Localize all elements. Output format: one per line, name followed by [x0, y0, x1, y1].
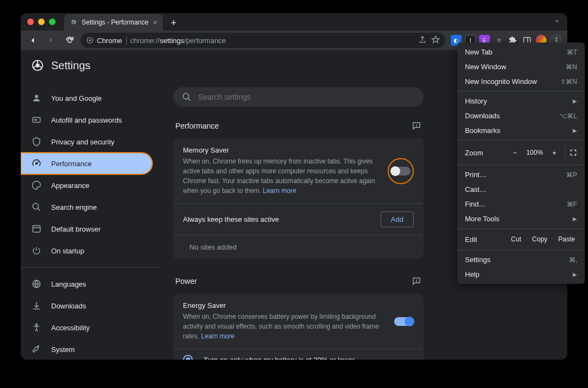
reload-button[interactable] — [62, 33, 77, 48]
fullscreen-icon — [569, 149, 577, 156]
zoom-in-button[interactable]: + — [547, 145, 562, 160]
menu-cast[interactable]: Cast… — [457, 182, 585, 197]
address-bar[interactable]: Chrome chrome://settings/performance — [81, 33, 445, 48]
forward-button[interactable] — [44, 33, 59, 48]
no-sites-label: No sites added — [173, 235, 424, 259]
menu-divider — [457, 228, 585, 229]
window-minimize-button[interactable] — [38, 19, 45, 25]
menu-bookmarks[interactable]: Bookmarks▶ — [457, 123, 585, 138]
svg-point-23 — [416, 126, 417, 127]
chevron-right-icon: ▶ — [573, 128, 577, 134]
card-memory-saver: Memory Saver When on, Chrome frees up me… — [173, 138, 424, 259]
menu-shortcut: ⌘F — [567, 201, 577, 208]
energy-saver-toggle[interactable] — [394, 317, 414, 326]
sidebar-item-label: Autofill and passwords — [51, 116, 122, 124]
menu-divider — [457, 250, 585, 250]
share-icon[interactable] — [418, 35, 427, 46]
sidebar-item-label: Performance — [51, 160, 91, 168]
tab-search-button[interactable] — [553, 17, 561, 27]
svg-point-12 — [36, 119, 37, 120]
row-memory-saver: Memory Saver When on, Chrome frees up me… — [173, 138, 424, 204]
window-close-button[interactable] — [27, 19, 34, 25]
menu-history[interactable]: History▶ — [457, 94, 585, 108]
search-input[interactable] — [198, 93, 415, 101]
memory-saver-desc: When on, Chrome frees up memory from ina… — [183, 156, 377, 196]
sidebar-item-languages[interactable]: Languages — [21, 273, 152, 295]
cut-button[interactable]: Cut — [506, 233, 527, 245]
sidebar-item-appearance[interactable]: Appearance — [21, 174, 152, 196]
energy-saver-text: Energy Saver When on, Chrome conserves b… — [183, 301, 383, 341]
new-tab-button[interactable]: + — [166, 15, 181, 31]
svg-point-9 — [35, 95, 38, 98]
sidebar: You and Google Autofill and passwords Pr… — [21, 81, 160, 360]
sidebar-item-performance[interactable]: Performance — [21, 153, 152, 174]
traffic-lights — [27, 19, 56, 25]
menu-shortcut: ⇧⌘N — [560, 78, 577, 86]
menu-more-tools[interactable]: More Tools▶ — [457, 211, 585, 226]
sidebar-item-default-browser[interactable]: Default browser — [21, 218, 152, 240]
sidebar-item-label: Appearance — [51, 181, 89, 190]
svg-point-25 — [416, 282, 417, 282]
menu-shortcut: ⌘N — [566, 63, 577, 71]
feedback-icon[interactable] — [412, 276, 421, 286]
sidebar-item-label: On startup — [51, 247, 84, 255]
zoom-out-button[interactable]: − — [507, 145, 523, 160]
section-head-performance: Performance — [173, 117, 424, 138]
radio-battery-20[interactable]: Turn on only when my battery is at 20% o… — [173, 349, 424, 360]
sidebar-item-accessibility[interactable]: Accessibility — [21, 317, 152, 338]
section-title: Performance — [175, 122, 219, 130]
learn-more-link[interactable]: Learn more — [201, 332, 234, 340]
sidebar-item-on-startup[interactable]: On startup — [21, 240, 152, 262]
sidebar-item-autofill[interactable]: Autofill and passwords — [21, 109, 152, 131]
sidebar-item-label: Downloads — [51, 302, 86, 310]
bookmark-icon[interactable] — [431, 35, 440, 46]
menu-downloads[interactable]: Downloads⌥⌘L — [457, 108, 585, 123]
back-button[interactable] — [25, 33, 40, 48]
menu-new-window[interactable]: New Window⌘N — [457, 59, 585, 74]
accessibility-icon — [32, 323, 41, 332]
fullscreen-button[interactable] — [565, 145, 580, 160]
paste-button[interactable]: Paste — [553, 233, 580, 245]
menu-find[interactable]: Find…⌘F — [457, 197, 585, 211]
speedometer-icon — [32, 159, 41, 168]
window-maximize-button[interactable] — [49, 19, 56, 25]
row-always-keep: Always keep these sites active Add — [173, 204, 424, 235]
sidebar-item-downloads[interactable]: Downloads — [21, 295, 152, 317]
learn-more-link[interactable]: Learn more — [263, 187, 296, 195]
energy-saver-title: Energy Saver — [183, 301, 383, 310]
sidebar-item-search-engine[interactable]: Search engine — [21, 196, 152, 218]
section-head-power: Power — [173, 272, 424, 294]
chevron-down-icon — [553, 17, 561, 25]
settings-search[interactable] — [173, 87, 424, 107]
feedback-icon[interactable] — [412, 121, 421, 131]
add-site-button[interactable]: Add — [381, 211, 414, 227]
radio-button[interactable] — [183, 355, 193, 360]
sidebar-item-system[interactable]: System — [21, 338, 152, 360]
memory-saver-toggle[interactable] — [391, 167, 411, 175]
radio-label: Turn on only when my battery is at 20% o… — [204, 356, 355, 360]
palette-icon — [32, 180, 41, 190]
svg-point-8 — [35, 63, 39, 67]
energy-saver-desc: When on, Chrome conserves battery power … — [183, 312, 383, 341]
zoom-label: Zoom — [465, 149, 507, 157]
menu-print[interactable]: Print…⌘P — [457, 167, 585, 182]
sidebar-item-you-and-google[interactable]: You and Google — [21, 87, 152, 109]
titlebar: Settings - Performance × + — [21, 13, 567, 31]
menu-new-incognito[interactable]: New Incognito Window⇧⌘N — [457, 74, 585, 89]
search-icon — [32, 202, 41, 212]
svg-point-4 — [556, 38, 557, 39]
menu-new-tab[interactable]: New Tab⌘T — [457, 45, 585, 59]
menu-settings[interactable]: Settings⌘, — [457, 252, 585, 267]
edit-label: Edit — [465, 235, 506, 244]
copy-button[interactable]: Copy — [526, 233, 553, 245]
tab-settings-performance[interactable]: Settings - Performance × — [64, 14, 163, 31]
sidebar-item-privacy[interactable]: Privacy and security — [21, 131, 152, 153]
sidebar-item-label: Languages — [51, 280, 86, 288]
menu-label: More Tools — [465, 215, 499, 223]
tab-strip: Settings - Performance × + — [64, 13, 181, 31]
globe-icon — [32, 279, 41, 289]
svg-point-14 — [33, 203, 39, 209]
menu-help[interactable]: Help▶ — [457, 267, 585, 282]
sidebar-item-label: Default browser — [51, 225, 101, 233]
tab-close-icon[interactable]: × — [153, 18, 157, 27]
